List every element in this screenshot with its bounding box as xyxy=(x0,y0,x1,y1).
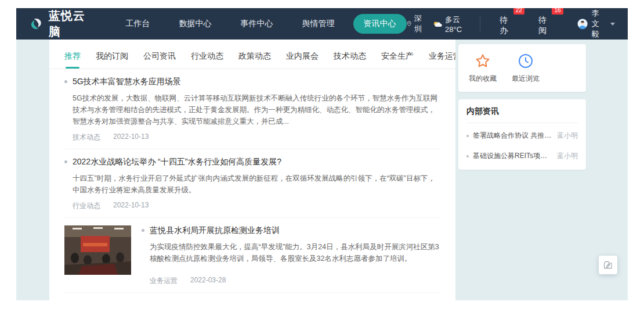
news-category: 行业动态 xyxy=(73,201,100,211)
internal-news-item-author: 蓝小明 xyxy=(557,131,578,141)
news-item: 5G技术丰富智慧水务应用场景 5G技术的发展，大数据、物联网、云计算等移动互联网… xyxy=(64,69,440,149)
bullet-icon xyxy=(142,229,144,232)
nav-item-workbench[interactable]: 工作台 xyxy=(115,14,161,34)
news-date: 2022-03-28 xyxy=(190,276,226,286)
news-title: 蓝悦县水利局开展抗原检测业务培训 xyxy=(150,225,280,236)
todo-button[interactable]: 22 待办 xyxy=(496,12,518,36)
weather-label: 多云28°C xyxy=(445,15,468,34)
bullet-icon xyxy=(64,160,67,163)
news-item: 《水资源调度管理办法》解读 为规范水资源调度管理行为，实现有序调水，水利部制定了… xyxy=(64,293,440,300)
category-tabs: 推荐 我的订阅 公司资讯 行业动态 政策动态 业内展会 技术动态 安全生产 业务… xyxy=(49,40,455,69)
news-summary: 5G技术的发展，大数据、物联网、云计算等移动互联网新技术不断融入传统行业的各个环… xyxy=(73,92,440,127)
toread-label: 待阅 xyxy=(538,15,547,35)
news-category: 业务运营 xyxy=(150,276,178,286)
shortcuts-card: 我的收藏 最近浏览 xyxy=(458,44,586,92)
news-list: 5G技术丰富智慧水务应用场景 5G技术的发展，大数据、物联网、云计算等移动互联网… xyxy=(49,69,455,300)
internal-news-list: 签署战略合作协议 共推水务数字化联... 蓝小明 基础设施公募REITs项目公开… xyxy=(466,123,578,166)
nav-item-data-center[interactable]: 数据中心 xyxy=(169,14,222,34)
tab-safety-production[interactable]: 安全生产 xyxy=(381,51,414,69)
internal-news-item-title: 基础设施公募REITs项目公开招标 xyxy=(473,151,553,161)
internal-news-title: 内部资讯 xyxy=(466,106,578,123)
news-date: 2022-10-13 xyxy=(113,201,149,211)
bullet-icon xyxy=(64,80,67,83)
toread-button[interactable]: 16 待阅 xyxy=(535,12,556,36)
todo-badge: 22 xyxy=(513,8,524,15)
news-summary: 为实现疫情防控效果最大化，提高“早发现”能力。3月24日，县水利局及时开展滨河社… xyxy=(150,241,440,264)
nav-item-news-center[interactable]: 资讯中心 xyxy=(353,14,407,34)
nav-item-opinion-management[interactable]: 舆情管理 xyxy=(292,14,345,34)
tab-tech-trends[interactable]: 技术动态 xyxy=(334,51,366,69)
location: 深圳 xyxy=(407,13,425,34)
clock-icon xyxy=(518,53,533,69)
internal-news-card: 内部资讯 签署战略合作协议 共推水务数字化联... 蓝小明 基础设施公募REIT… xyxy=(458,99,586,170)
internal-news-item[interactable]: 基础设施公募REITs项目公开招标 蓝小明 xyxy=(466,146,578,166)
location-pin-icon xyxy=(407,20,411,28)
bullet-icon xyxy=(466,155,469,157)
news-thumbnail-meeting-room[interactable] xyxy=(64,225,131,286)
tab-recommended[interactable]: 推荐 xyxy=(64,51,81,69)
news-feed-panel: 推荐 我的订阅 公司资讯 行业动态 政策动态 业内展会 技术动态 安全生产 业务… xyxy=(49,40,455,300)
news-item-content: 蓝悦县水利局开展抗原检测业务培训 为实现疫情防控效果最大化，提高“早发现”能力。… xyxy=(142,225,440,286)
news-title: 2022水业战略论坛举办 “十四五”水务行业如何高质量发展? xyxy=(73,157,281,167)
recently-viewed-button[interactable]: 最近浏览 xyxy=(512,53,540,84)
news-item: 2022水业战略论坛举办 “十四五”水务行业如何高质量发展? 十四五”时期，水务… xyxy=(64,149,440,218)
cloud-icon xyxy=(433,20,442,28)
nav-item-event-center[interactable]: 事件中心 xyxy=(230,14,284,34)
internal-news-item-title: 签署战略合作协议 共推水务数字化联... xyxy=(473,131,553,141)
tab-my-subscriptions[interactable]: 我的订阅 xyxy=(96,51,128,69)
news-date: 2022-10-13 xyxy=(113,132,149,142)
tab-business-operations[interactable]: 业务运营 xyxy=(429,51,455,69)
tab-policy-trends[interactable]: 政策动态 xyxy=(238,51,271,69)
star-icon xyxy=(475,53,490,69)
my-favorites-button[interactable]: 我的收藏 xyxy=(469,53,497,84)
chevron-down-icon xyxy=(610,23,615,26)
news-title: 5G技术丰富智慧水务应用场景 xyxy=(73,77,181,87)
top-navbar: 蓝悦云脑 工作台 数据中心 事件中心 舆情管理 资讯中心 深圳 多 xyxy=(16,8,628,40)
recently-viewed-label: 最近浏览 xyxy=(512,74,540,84)
internal-news-item[interactable]: 签署战略合作协议 共推水务数字化联... 蓝小明 xyxy=(466,125,578,146)
user-menu[interactable]: 李文毅 xyxy=(577,8,615,40)
news-summary: 十四五”时期，水务行业开启了外延式扩张向内涵式发展的新征程，在双循环发展战略的引… xyxy=(73,173,440,196)
bullet-icon xyxy=(466,135,469,137)
news-item: 蓝悦县水利局开展抗原检测业务培训 为实现疫情防控效果最大化，提高“早发现”能力。… xyxy=(64,218,440,293)
primary-nav: 工作台 数据中心 事件中心 舆情管理 资讯中心 xyxy=(115,14,407,34)
app-window: 蓝悦云脑 工作台 数据中心 事件中心 舆情管理 资讯中心 深圳 多 xyxy=(16,8,628,300)
todo-label: 待办 xyxy=(500,15,508,35)
topbar-right: 深圳 多云28°C 22 待办 16 待阅 xyxy=(407,8,615,40)
header-divider xyxy=(480,16,480,31)
news-title-row[interactable]: 蓝悦县水利局开展抗原检测业务培训 xyxy=(142,225,440,236)
right-sidebar: 我的收藏 最近浏览 内部资讯 签署战略合作协议 共推水务数字化联... xyxy=(458,44,586,177)
weather: 多云28°C xyxy=(433,15,468,34)
tab-industry-trends[interactable]: 行业动态 xyxy=(191,51,223,69)
quick-link-button[interactable] xyxy=(599,256,617,274)
toread-badge: 16 xyxy=(552,8,563,15)
tab-company-news[interactable]: 公司资讯 xyxy=(143,51,176,69)
news-meta: 技术动态 2022-10-13 xyxy=(73,132,440,142)
folder-link-icon xyxy=(603,260,613,270)
brand[interactable]: 蓝悦云脑 xyxy=(29,8,89,40)
tab-industry-expos[interactable]: 业内展会 xyxy=(286,51,319,69)
brand-logo-icon xyxy=(29,15,44,33)
location-label: 深圳 xyxy=(414,13,425,34)
news-title-row[interactable]: 5G技术丰富智慧水务应用场景 xyxy=(64,77,440,87)
avatar xyxy=(577,16,588,32)
brand-title: 蓝悦云脑 xyxy=(49,8,89,40)
user-name: 李文毅 xyxy=(592,8,606,40)
news-meta: 行业动态 2022-10-13 xyxy=(73,201,440,211)
main-area: 推荐 我的订阅 公司资讯 行业动态 政策动态 业内展会 技术动态 安全生产 业务… xyxy=(16,40,628,300)
my-favorites-label: 我的收藏 xyxy=(469,74,497,84)
news-category: 技术动态 xyxy=(73,132,100,142)
news-title-row[interactable]: 2022水业战略论坛举办 “十四五”水务行业如何高质量发展? xyxy=(64,157,440,167)
news-meta: 业务运营 2022-03-28 xyxy=(150,276,440,286)
internal-news-item-author: 蓝小明 xyxy=(557,151,578,161)
